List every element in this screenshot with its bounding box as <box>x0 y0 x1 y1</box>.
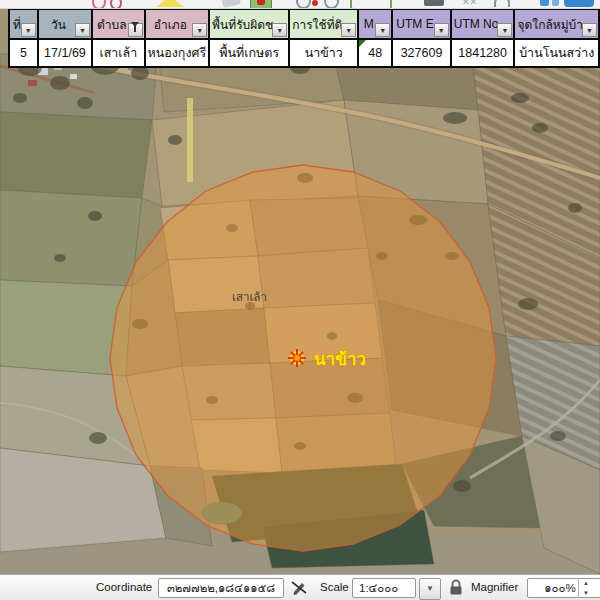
toolbar-icon-fragment[interactable] <box>552 0 559 6</box>
scale-label: Scale <box>320 581 349 593</box>
village-map-label: เสาเล้า <box>232 291 267 303</box>
spinner-down-button[interactable]: ▼ <box>579 588 593 598</box>
cell-no[interactable]: 5 <box>9 39 38 67</box>
toolbar-icon-fragment[interactable] <box>540 0 549 6</box>
col-header-land-use: การใช้ที่ดิ▼ <box>289 9 358 39</box>
toolbar-icon-fragment[interactable]: ✕✕ <box>462 0 477 7</box>
col-header-no: ที่▼ <box>9 9 38 39</box>
toolbar-icon-fragment[interactable] <box>221 0 241 8</box>
coordinate-input[interactable]: ๓๒๗๗๒๒,๑๘๔๑๑๕๘ <box>158 578 284 598</box>
active-filter-funnel-icon[interactable] <box>128 23 143 37</box>
col-header-utm-e: UTM E▼ <box>392 9 451 39</box>
cell-nearest-village[interactable]: บ้านโนนสว่าง <box>514 39 599 67</box>
toolbar-icon-fragment[interactable] <box>296 0 311 9</box>
marker-label: นาข้าว <box>314 350 366 369</box>
cell-subdistrict[interactable]: เสาเล้า <box>92 39 144 67</box>
cell-land-use[interactable]: นาข้าว <box>289 39 358 67</box>
filter-dropdown-icon[interactable]: ▼ <box>582 23 597 37</box>
toolbar-icon-fragment[interactable] <box>494 0 510 7</box>
filter-dropdown-icon[interactable]: ▼ <box>192 23 207 37</box>
cell-district[interactable]: หนองกุงศรี <box>145 39 210 67</box>
filter-dropdown-icon[interactable]: ▼ <box>434 23 449 37</box>
col-header-nearest-village: จุดใกล้หมู่บ้า▼ <box>514 9 599 39</box>
col-header-subdistrict: ตำบล <box>92 9 144 39</box>
scale-dropdown-button[interactable]: ▼ <box>419 578 441 600</box>
col-header-utm-zone: M▼ <box>358 9 392 39</box>
cell-date[interactable]: 17/1/69 <box>38 39 92 67</box>
toolbar-icon-fragment[interactable] <box>312 0 318 6</box>
gis-application-window: ✕✕ <box>0 0 600 600</box>
header-row: ที่▼ วัน▼ ตำบล อำเภอ▼ พื้นที่รับผิดช▼ กา… <box>9 9 599 39</box>
pen-disabled-icon[interactable] <box>290 578 308 597</box>
col-header-utm-n: UTM No▼ <box>451 9 515 39</box>
toolbar-icon-fragment[interactable] <box>424 0 444 6</box>
toolbar-icon-fragment[interactable] <box>257 0 265 5</box>
filter-dropdown-icon[interactable]: ▼ <box>21 23 36 37</box>
toolbar-icon-fragment[interactable] <box>564 0 594 7</box>
cell-responsible-area[interactable]: พื้นที่เกษตร <box>209 39 289 67</box>
cell-flag-triangle <box>359 40 366 47</box>
filter-dropdown-icon[interactable]: ▼ <box>341 23 356 37</box>
coordinate-label: Coordinate <box>96 581 152 593</box>
spinner-up-button[interactable]: ▲ <box>579 578 593 588</box>
toolbar-icon-fragment[interactable] <box>92 0 106 9</box>
status-bar: Coordinate ๓๒๗๗๒๒,๑๘๔๑๑๕๘ Scale 1:๔๐๐๐ ▼… <box>0 574 600 600</box>
col-header-responsible-area: พื้นที่รับผิดช▼ <box>209 9 289 39</box>
cell-utm-zone[interactable]: 48 <box>358 39 392 67</box>
magnifier-label: Magnifier <box>471 581 518 593</box>
filter-dropdown-icon[interactable]: ▼ <box>75 23 90 37</box>
lock-icon[interactable] <box>449 579 463 596</box>
magnifier-spinner: ▲ ▼ <box>578 578 593 598</box>
col-header-date: วัน▼ <box>38 9 92 39</box>
cell-utm-e[interactable]: 327609 <box>392 39 451 67</box>
col-header-district: อำเภอ▼ <box>145 9 210 39</box>
toolbar-icon-fragment[interactable] <box>350 0 392 9</box>
scale-value-field[interactable]: 1:๔๐๐๐ <box>352 578 416 598</box>
toolbar-icon-fragment[interactable] <box>110 0 122 9</box>
cell-utm-n[interactable]: 1841280 <box>451 39 515 67</box>
table-row: 5 17/1/69 เสาเล้า หนองกุงศรี พื้นที่เกษต… <box>9 39 599 67</box>
toolbar-icon-fragment[interactable] <box>324 0 339 9</box>
attribute-table: ที่▼ วัน▼ ตำบล อำเภอ▼ พื้นที่รับผิดช▼ กา… <box>8 8 600 68</box>
toolbar-icon-fragment[interactable] <box>156 0 184 7</box>
toolbar-strip: ✕✕ <box>0 0 600 9</box>
filter-dropdown-icon[interactable]: ▼ <box>375 23 390 37</box>
filter-dropdown-icon[interactable]: ▼ <box>497 23 512 37</box>
satellite-map[interactable]: เสาเล้า นาข้าว <box>0 8 600 574</box>
filter-dropdown-icon[interactable]: ▼ <box>272 23 287 37</box>
